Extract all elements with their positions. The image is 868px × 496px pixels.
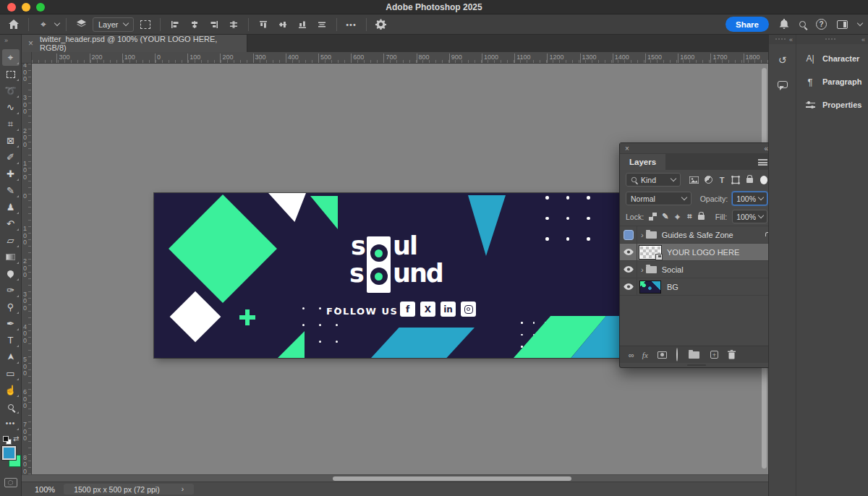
align-middle-vertical-icon[interactable]: [275, 17, 291, 33]
layer-name[interactable]: Social: [662, 265, 684, 274]
swap-colors-icon[interactable]: ⇄: [13, 435, 19, 442]
panel-resize-grip[interactable]: [620, 363, 768, 367]
panel-collapse-icon[interactable]: «: [764, 145, 768, 153]
layer-row-social[interactable]: › Social: [620, 261, 768, 278]
filter-kind-dropdown[interactable]: Kind: [626, 173, 681, 187]
status-chevron-icon[interactable]: ›: [182, 485, 184, 493]
type-tool[interactable]: T: [2, 332, 20, 349]
toolbar-expand-icon[interactable]: »: [0, 35, 21, 49]
visibility-toggle[interactable]: [620, 244, 637, 260]
help-icon[interactable]: ?: [816, 19, 827, 30]
home-icon[interactable]: [6, 17, 22, 33]
default-colors-icon[interactable]: ⇄: [2, 436, 20, 445]
frame-tool[interactable]: ⊠: [2, 132, 20, 149]
dock-collapse-icon[interactable]: «: [861, 36, 865, 43]
minimize-window-button[interactable]: [22, 3, 30, 12]
filter-toggle-icon[interactable]: [760, 176, 767, 184]
marquee-tool[interactable]: [2, 66, 20, 82]
lock-artboard-icon[interactable]: ⌗: [686, 212, 693, 221]
layer-name[interactable]: YOUR LOGO HERE: [667, 248, 739, 257]
document-info[interactable]: 1500 px x 500 px (72 ppi) ›: [64, 484, 194, 495]
close-tab-icon[interactable]: ×: [28, 39, 33, 48]
filter-shape-layers-icon[interactable]: [731, 176, 741, 184]
panel-button-character[interactable]: A| Character: [796, 50, 868, 67]
auto-select-target-dropdown[interactable]: Layer: [93, 17, 134, 32]
link-layers-icon[interactable]: ∞: [629, 351, 633, 359]
path-selection-tool[interactable]: ➤: [2, 349, 20, 365]
lock-image-pixels-icon[interactable]: ✎: [662, 212, 669, 221]
filter-adjustment-layers-icon[interactable]: [704, 176, 713, 184]
quick-mask-button[interactable]: [4, 478, 17, 487]
hand-tool[interactable]: ☝: [2, 382, 20, 398]
move-tool-preset-icon[interactable]: ⌖: [35, 17, 51, 33]
layer-row-logo[interactable]: YOUR LOGO HERE: [620, 244, 768, 261]
new-layer-icon[interactable]: +: [710, 351, 718, 359]
lock-position-icon[interactable]: ⌖: [674, 212, 681, 222]
eyedropper-tool[interactable]: ✐: [2, 149, 20, 166]
close-window-button[interactable]: [7, 3, 16, 12]
panel-menu-icon[interactable]: [758, 159, 767, 166]
layer-style-fx-icon[interactable]: fx: [642, 351, 648, 359]
brush-tool[interactable]: ✎: [2, 182, 20, 199]
group-disclosure-icon[interactable]: ›: [641, 265, 644, 274]
rectangle-tool[interactable]: ▭: [2, 365, 20, 382]
clone-stamp-tool[interactable]: ♟: [2, 199, 20, 215]
new-adjustment-layer-icon[interactable]: [676, 349, 678, 362]
zoom-level-field[interactable]: 100%: [35, 485, 55, 494]
visibility-toggle[interactable]: [620, 226, 637, 243]
workspace-settings-gear-icon[interactable]: [373, 17, 389, 33]
lock-transparent-pixels-icon[interactable]: [649, 213, 657, 221]
distribute-vertical-icon[interactable]: [314, 17, 330, 33]
align-right-icon[interactable]: [206, 17, 222, 33]
mixer-brush-tool[interactable]: ✑: [2, 282, 20, 299]
align-center-horizontal-icon[interactable]: [187, 17, 203, 33]
smart-object-thumbnail[interactable]: [639, 246, 661, 259]
new-group-icon[interactable]: [689, 351, 699, 359]
layer-row-guides[interactable]: › Guides & Safe Zone: [620, 226, 768, 244]
foreground-color-swatch[interactable]: [2, 446, 16, 460]
layer-name[interactable]: Guides & Safe Zone: [662, 231, 733, 239]
fill-input[interactable]: 100%: [732, 210, 767, 223]
show-transform-controls-icon[interactable]: [137, 17, 153, 33]
horizontal-scrollbar-track[interactable]: [22, 474, 768, 482]
eraser-tool[interactable]: ▱: [2, 232, 20, 249]
canvas-viewport[interactable]: 3002001000100200300400500600700800900100…: [22, 52, 768, 474]
dock-collapse-icon[interactable]: «: [789, 36, 793, 43]
visibility-toggle[interactable]: [620, 261, 637, 278]
layer-thumbnail[interactable]: [639, 281, 661, 294]
chevron-down-icon[interactable]: [857, 20, 863, 26]
distribute-horizontal-icon[interactable]: [226, 17, 242, 33]
filter-type-layers-icon[interactable]: T: [718, 176, 727, 184]
blur-tool[interactable]: [2, 265, 20, 282]
healing-brush-tool[interactable]: ✚: [2, 166, 20, 182]
dodge-tool[interactable]: ⚲: [2, 299, 20, 315]
visibility-toggle[interactable]: [620, 278, 637, 295]
chevron-down-icon[interactable]: [54, 20, 60, 26]
horizontal-scrollbar-thumb[interactable]: [333, 476, 571, 481]
more-options-icon[interactable]: •••: [344, 17, 359, 33]
lasso-tool[interactable]: ➰: [2, 82, 20, 99]
object-selection-tool[interactable]: ∿: [2, 99, 20, 116]
opacity-input[interactable]: 100%: [732, 192, 767, 205]
group-disclosure-icon[interactable]: ›: [641, 231, 644, 239]
notifications-bell-icon[interactable]: [779, 19, 789, 30]
share-button[interactable]: Share: [726, 17, 769, 32]
blend-mode-dropdown[interactable]: Normal: [626, 192, 692, 205]
layer-row-bg[interactable]: BG: [620, 278, 768, 296]
gradient-tool[interactable]: [2, 249, 20, 265]
comments-icon[interactable]: [773, 76, 793, 93]
workspace-switcher-icon[interactable]: [837, 20, 848, 29]
lock-all-icon[interactable]: [698, 213, 705, 220]
filter-pixel-layers-icon[interactable]: [689, 176, 699, 184]
panel-button-properties[interactable]: Properties: [796, 96, 868, 114]
auto-select-layers-icon[interactable]: [73, 17, 89, 33]
add-layer-mask-icon[interactable]: [658, 351, 667, 359]
history-brush-tool[interactable]: ↶: [2, 215, 20, 232]
filter-smart-objects-icon[interactable]: [745, 176, 754, 183]
pen-tool[interactable]: ✒: [2, 315, 20, 332]
align-bottom-icon[interactable]: [294, 17, 310, 33]
delete-layer-icon[interactable]: [728, 350, 736, 359]
panel-close-icon[interactable]: ×: [625, 145, 629, 153]
document-tab[interactable]: × twitter_header.psd @ 100% (YOUR LOGO H…: [22, 35, 247, 52]
crop-tool[interactable]: ⌗: [2, 116, 20, 132]
